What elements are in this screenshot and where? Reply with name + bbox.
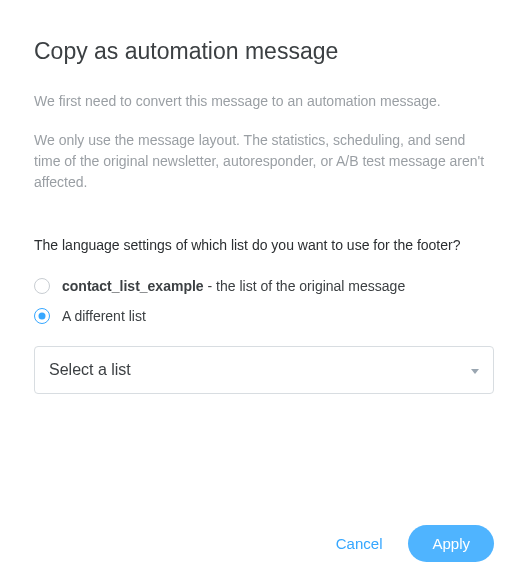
description-paragraph-1: We first need to convert this message to… <box>34 91 494 112</box>
radio-label-original: contact_list_example - the list of the o… <box>62 278 405 294</box>
radio-icon <box>34 278 50 294</box>
list-select[interactable]: Select a list <box>34 346 494 394</box>
list-language-question: The language settings of which list do y… <box>34 235 494 256</box>
chevron-down-icon <box>471 365 479 376</box>
description-paragraph-2: We only use the message layout. The stat… <box>34 130 494 193</box>
radio-label-different: A different list <box>62 308 146 324</box>
radio-option-different-list[interactable]: A different list <box>34 308 494 324</box>
original-list-suffix: - the list of the original message <box>204 278 406 294</box>
spacer <box>34 394 494 509</box>
list-select-wrapper: Select a list <box>34 346 494 394</box>
cancel-button[interactable]: Cancel <box>332 527 387 560</box>
apply-button[interactable]: Apply <box>408 525 494 562</box>
select-placeholder: Select a list <box>49 361 131 379</box>
radio-icon <box>34 308 50 324</box>
dialog-title: Copy as automation message <box>34 38 494 65</box>
radio-option-original-list[interactable]: contact_list_example - the list of the o… <box>34 278 494 294</box>
original-list-name: contact_list_example <box>62 278 204 294</box>
dialog-footer: Cancel Apply <box>34 525 494 562</box>
